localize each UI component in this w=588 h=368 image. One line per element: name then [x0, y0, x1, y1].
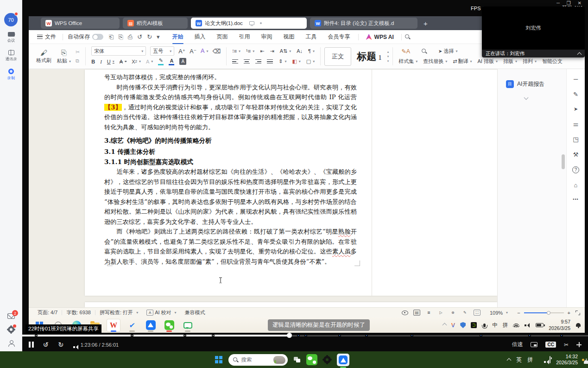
sidebar-nav-item[interactable]: 通讯录 — [0, 47, 22, 65]
sidebar-nav-item[interactable]: 会议 — [0, 29, 22, 47]
chapter-marker[interactable] — [528, 334, 531, 337]
underline-button[interactable]: U▾ — [107, 59, 114, 64]
ai-report-entry[interactable]: 目 AI开题报告 — [498, 69, 566, 88]
forward-5-button[interactable]: ↻5 — [58, 341, 64, 348]
grow-font-button[interactable]: A⁺ — [178, 48, 185, 55]
text-effects-button[interactable]: A▾ — [201, 48, 208, 54]
select-button[interactable]: ➤选择▾ — [438, 48, 457, 55]
collapse-player-icon[interactable] — [576, 342, 582, 347]
arrange-button[interactable]: 排列▾ — [523, 58, 537, 65]
ai-proof-button[interactable]: AAI 校对▾ — [142, 309, 180, 316]
sidebar-nav-item[interactable]: 录制 — [0, 65, 22, 84]
quick-icon[interactable]: ↺ — [137, 33, 142, 40]
battery-icon[interactable] — [550, 356, 550, 363]
wps-taskbar-icon[interactable]: W — [107, 319, 120, 332]
document-text[interactable]: 号互动与群体模仿，完成完整的传播闭环。 时尚传播不仅关乎消费行为引导，更深层地作… — [85, 71, 497, 266]
quick-icon[interactable]: ↻ — [147, 33, 152, 40]
chapter-marker[interactable] — [212, 334, 215, 337]
wechat-taskbar-icon[interactable] — [162, 319, 176, 332]
chapter-marker[interactable] — [411, 334, 413, 337]
stamp-icon[interactable]: ◳ — [573, 136, 578, 143]
justify-icon[interactable] — [267, 59, 273, 63]
ink-icon[interactable]: ✎ — [462, 310, 468, 316]
taskbar-search[interactable]: 搜索 — [228, 354, 288, 366]
spellcheck-status[interactable]: 拼写检查: 打开▾ — [95, 309, 142, 316]
line-spacing-button[interactable]: ⇕▾ — [278, 58, 286, 64]
ribbon-tab[interactable]: 页面 — [212, 31, 233, 43]
chapter-marker[interactable] — [35, 334, 38, 337]
progress-playhead[interactable] — [287, 333, 292, 338]
tab-templates[interactable]: ▤ 稻壳AI模板 — [123, 18, 188, 29]
chevron-up-icon[interactable] — [577, 52, 582, 57]
align-left-icon[interactable] — [232, 59, 238, 63]
numbering-button[interactable]: ¹≡▾ — [246, 48, 254, 54]
wifi-icon[interactable] — [513, 324, 519, 327]
indent-button[interactable]: ⇥ — [270, 48, 274, 54]
page-view-icon[interactable]: ▤ — [413, 310, 420, 316]
style-heading1[interactable]: 标题1 — [353, 50, 386, 63]
notification-bell-icon[interactable] — [575, 323, 581, 328]
fit-page-icon[interactable]: ⛶ — [474, 310, 481, 316]
device-sync-icon[interactable] — [249, 21, 254, 25]
format-painter-button[interactable]: 🖌︎ 格式刷 — [35, 49, 52, 64]
phonetic-button[interactable]: A▾ — [146, 59, 153, 64]
tencent-meeting-icon[interactable] — [337, 354, 349, 366]
outline-view-icon[interactable]: ≣ — [425, 310, 432, 316]
quick-icon[interactable]: ⎗ — [109, 33, 114, 41]
find-replace-button[interactable]: 查找替换▾ — [423, 58, 447, 65]
bullets-button[interactable]: ⁝≡▾ — [232, 48, 240, 54]
scrollbar-thumb[interactable] — [562, 154, 565, 169]
quick-icon[interactable]: ⎙ — [128, 33, 133, 41]
remote-clock[interactable]: 9:57 2026/3/25 — [549, 319, 570, 331]
help-icon[interactable]: ? — [572, 166, 579, 173]
quick-icon[interactable]: ▾ — [157, 33, 160, 40]
local-clock[interactable]: 14:32 2026/3/25 — [556, 354, 578, 366]
ribbon-tab[interactable]: 开始 — [167, 31, 189, 43]
security-shield-icon[interactable] — [460, 322, 466, 328]
word-count[interactable]: 字数: 6938 — [62, 309, 95, 316]
wps-tray-icon[interactable]: V — [451, 322, 455, 329]
chapter-marker[interactable] — [560, 334, 563, 337]
shrink-font-button[interactable]: A⁻ — [190, 48, 196, 55]
highlight-pen-button[interactable]: ✎ — [158, 57, 164, 65]
pen-icon[interactable]: ✎ — [573, 91, 578, 98]
quick-icon[interactable]: ⎘ — [118, 33, 123, 41]
shading-button[interactable]: ◧▾ — [292, 58, 300, 64]
adjust-icon[interactable]: ⚌ — [573, 121, 579, 127]
copy-icon[interactable]: ⧉ — [76, 58, 80, 64]
ai-layout-button[interactable]: AI 排版▾ — [478, 58, 498, 65]
task-view-button[interactable] — [294, 357, 300, 362]
new-tab-button[interactable]: + — [421, 19, 430, 27]
font-size-select[interactable]: 五号▾ — [150, 46, 174, 56]
clear-format-button[interactable]: ⌫ — [212, 48, 221, 55]
ribbon-tab[interactable]: 工具 — [301, 31, 322, 43]
clip-scissors-icon[interactable]: ✂ — [564, 342, 569, 348]
strikethrough-button[interactable]: A▾ — [120, 59, 126, 64]
zoom-slider[interactable]: − + — [517, 310, 570, 316]
ribbon-tab[interactable]: 视图 — [278, 31, 300, 43]
tools-icon[interactable]: ⚒ — [573, 151, 579, 158]
chapter-marker[interactable] — [297, 334, 300, 337]
rewind-5-button[interactable]: ↺5 — [43, 341, 49, 348]
chapter-marker[interactable] — [183, 334, 186, 337]
page-indicator[interactable]: 页面: 4/7 — [33, 309, 62, 316]
chevron-down-icon[interactable] — [524, 95, 529, 100]
collapse-icon[interactable]: ─ — [574, 76, 578, 82]
file-menu[interactable]: 文件 — [33, 33, 60, 41]
floating-video-panel[interactable]: 刘宏伟 正在讲话：刘宏伟 — [482, 6, 585, 57]
autosave-toggle[interactable] — [92, 34, 103, 40]
ime-lang-button[interactable]: 英 — [516, 356, 522, 364]
eye-protect-icon[interactable] — [402, 311, 408, 315]
skin-icon[interactable]: ⌂ — [574, 182, 578, 189]
cut-icon[interactable]: ✂ — [76, 49, 80, 55]
font-color-button[interactable]: A — [169, 58, 174, 65]
avatar[interactable]: 70 — [4, 13, 18, 26]
chapter-marker[interactable] — [304, 334, 307, 337]
more-icon[interactable]: ••• — [573, 197, 578, 202]
superscript-button[interactable]: X2▾ — [132, 59, 141, 64]
style-gallery-spinner[interactable]: ▴▾▾ — [387, 50, 389, 63]
messages-taskbar-icon[interactable] — [181, 319, 195, 332]
pip-icon[interactable] — [531, 342, 537, 347]
ribbon-tab[interactable]: 会员专享 — [323, 31, 355, 43]
settings-gear-icon[interactable] — [323, 356, 331, 363]
